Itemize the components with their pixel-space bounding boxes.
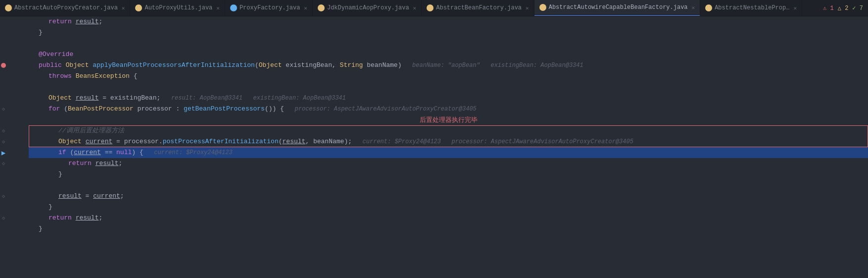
- tab-close[interactable]: ✕: [793, 5, 797, 11]
- tab-ProxyFactory[interactable]: ProxyFactory.java ✕: [225, 0, 313, 16]
- tab-label: AbstractNestableProp…: [715, 4, 789, 11]
- tab-icon: [539, 4, 546, 11]
- gutter-row: [0, 38, 21, 49]
- center-label-text: 后置处理器执行完毕: [420, 114, 478, 125]
- debug-marker6: ◇: [0, 213, 7, 223]
- tab-label: AutoProxyUtils.java: [145, 4, 212, 11]
- debug-marker3: ◇: [0, 136, 7, 147]
- code-line-comment-red: //调用后置处理器方法: [29, 125, 868, 136]
- gutter-row: ◇: [0, 191, 21, 202]
- gutter-row-current: ▶: [0, 147, 21, 158]
- code-line-method-close: }: [29, 223, 868, 234]
- gutter-row: [0, 114, 21, 125]
- gutter-row-bp: [0, 60, 21, 71]
- code-line-throws: throws BeansException {: [29, 71, 868, 82]
- tab-icon: [705, 4, 712, 11]
- tab-AbstractAutowireCapableBeanFactory[interactable]: AbstractAutowireCapableBeanFactory.java …: [534, 0, 700, 16]
- code-line-return-final: return result ;: [29, 213, 868, 223]
- tab-label: AbstractBeanFactory.java: [436, 4, 522, 11]
- tab-close[interactable]: ✕: [413, 5, 417, 11]
- gutter-row: [0, 16, 21, 27]
- code-line-empty: [29, 38, 868, 49]
- code-line-result-assign: result = current ;: [29, 191, 868, 202]
- code-line: }: [29, 27, 868, 38]
- tab-close[interactable]: ✕: [692, 4, 695, 11]
- tab-close[interactable]: ✕: [122, 5, 125, 11]
- tab-icon: [230, 4, 237, 11]
- tab-AbstractBeanFactory[interactable]: AbstractBeanFactory.java ✕: [422, 0, 534, 16]
- tab-bar: AbstractAutoProxyCreator.java ✕ AutoProx…: [0, 0, 868, 16]
- gutter-row: [0, 27, 21, 38]
- tab-icon: [318, 4, 325, 11]
- debug-marker2: ◇: [0, 125, 7, 136]
- inline-hint-current2: current: $Proxy24@4123: [144, 147, 233, 158]
- tab-close[interactable]: ✕: [304, 5, 307, 11]
- annotation: @Override: [39, 49, 73, 60]
- gutter-row: [0, 82, 21, 93]
- code-line-for-close: }: [29, 202, 868, 213]
- red-border-top: [29, 125, 868, 136]
- code-line-if-null: if ( current == null ) { current: $Proxy…: [29, 147, 868, 158]
- code-line-center-label: 后置处理器执行完毕: [29, 114, 868, 125]
- code-line-close-brace: }: [29, 169, 868, 180]
- code-line-empty: [29, 82, 868, 93]
- tab-AutoProxyUtils[interactable]: AutoProxyUtils.java ✕: [130, 0, 225, 16]
- gutter-row: [0, 49, 21, 60]
- ok-badge: ✓ 7: [852, 4, 863, 12]
- inline-hint-current: current: $Proxy24@4123 processor: Aspect…: [352, 136, 633, 147]
- tab-label: AbstractAutowireCapableBeanFactory.java: [549, 4, 688, 11]
- gutter-row: [0, 169, 21, 180]
- gutter-row: [0, 202, 21, 213]
- tab-label: ProxyFactory.java: [240, 4, 300, 11]
- tab-label: JdkDynamicAopProxy.java: [327, 4, 409, 11]
- gutter-row: [0, 93, 21, 104]
- gutter-marker: [0, 16, 7, 27]
- gutter-row: ◇: [0, 104, 21, 114]
- code-line: return result ;: [29, 16, 868, 27]
- keyword-return: return: [48, 16, 72, 27]
- tab-icon: [427, 4, 434, 11]
- badge-area: ⚠ 1 △ 2 ✓ 7: [823, 4, 868, 12]
- gutter-row: ◇: [0, 136, 21, 147]
- breakpoint-marker[interactable]: [0, 60, 7, 71]
- inline-hint-result: result: AopBean@3341 existingBean: AopBe…: [160, 93, 345, 104]
- code-line-result-init: Object result = existingBean ; result: A…: [29, 93, 868, 104]
- code-line-post-process-red: Object current = processor . postProcess…: [29, 136, 868, 147]
- code-line-annotation: @Override: [29, 49, 868, 60]
- gutter: ◇ ◇ ◇ ▶ ◇ ◇: [0, 16, 25, 278]
- debug-marker5: ◇: [0, 191, 7, 202]
- inline-hint-processor: processor: AspectJAwareAdvisorAutoProxyC…: [284, 104, 477, 114]
- tab-close[interactable]: ✕: [526, 5, 529, 11]
- gutter-row: [0, 223, 21, 234]
- gutter-row: [0, 180, 21, 191]
- gutter-row: [0, 71, 21, 82]
- current-line-marker: ▶: [0, 147, 7, 158]
- code-line-return-result: return result ;: [29, 158, 868, 169]
- tab-close[interactable]: ✕: [216, 5, 220, 11]
- code-line-for: for ( BeanPostProcessor processor : getB…: [29, 104, 868, 114]
- code-area: ◇ ◇ ◇ ▶ ◇ ◇: [0, 16, 868, 278]
- var-result: result: [76, 16, 99, 27]
- warning-badge: △ 2: [838, 4, 849, 12]
- gutter-row: ◇: [0, 213, 21, 223]
- code-line-empty: [29, 180, 868, 191]
- code-content: return result ; } @Override public Objec…: [25, 16, 868, 278]
- tab-icon: [5, 4, 12, 11]
- gutter-row: ◇: [0, 125, 21, 136]
- tab-AbstractAutoProxyCreator[interactable]: AbstractAutoProxyCreator.java ✕: [0, 0, 130, 16]
- error-badge: ⚠ 1: [823, 4, 834, 12]
- debug-marker: ◇: [0, 104, 7, 114]
- tab-AbstractNestableProperty[interactable]: AbstractNestableProp… ✕: [700, 0, 802, 16]
- tab-JdkDynamicAopProxy[interactable]: JdkDynamicAopProxy.java ✕: [313, 0, 422, 16]
- inline-hint-beanname: beanName: "aopBean" existingBean: AopBea…: [401, 60, 583, 71]
- tab-icon: [135, 4, 142, 11]
- debug-marker4: ◇: [0, 158, 7, 169]
- gutter-row: ◇: [0, 158, 21, 169]
- tab-label: AbstractAutoProxyCreator.java: [14, 4, 118, 11]
- code-line-method-sig: public Object applyBeanPostProcessorsAft…: [29, 60, 868, 71]
